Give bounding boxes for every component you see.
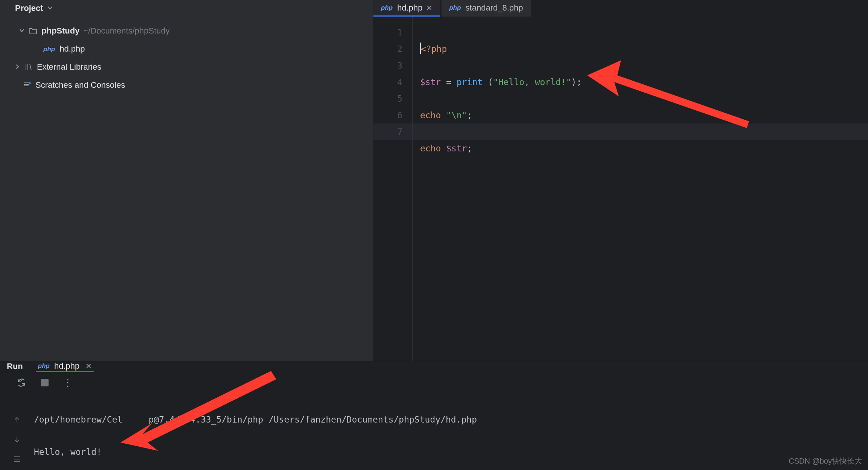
soft-wrap-button[interactable] bbox=[11, 453, 23, 465]
rerun-button[interactable] bbox=[15, 376, 28, 389]
more-actions-button[interactable]: ⋮ bbox=[62, 376, 75, 389]
scratches-label: Scratches and Consoles bbox=[35, 81, 125, 89]
tab-label: standard_8.php bbox=[466, 3, 523, 13]
tree-root-folder[interactable]: phpStudy ~/Documents/phpStudy bbox=[0, 22, 373, 40]
run-console[interactable]: /opt/homebrew/Celxxxxxp@7.4/7.4.33_5/bin… bbox=[34, 393, 868, 470]
editor-tabs: php hd.php ✕ php standard_8.php bbox=[373, 0, 868, 17]
svg-point-0 bbox=[29, 82, 31, 84]
external-libraries-label: External Libraries bbox=[37, 63, 101, 71]
up-stack-button[interactable] bbox=[11, 414, 23, 426]
run-config-name: hd.php bbox=[54, 361, 79, 371]
folder-path: ~/Documents/phpStudy bbox=[83, 27, 169, 35]
run-tabs-bar: Run php hd.php ✕ bbox=[0, 361, 868, 372]
chevron-down-icon bbox=[47, 3, 53, 13]
file-name: hd.php bbox=[59, 45, 85, 53]
code-content: <?php $str = print ("Hello, world!"); ec… bbox=[413, 17, 868, 361]
folder-name: phpStudy bbox=[41, 27, 79, 35]
project-tree[interactable]: phpStudy ~/Documents/phpStudy php hd.php… bbox=[0, 17, 373, 99]
project-sidebar: Project phpStudy ~/Documents/phpStudy ph… bbox=[0, 0, 373, 361]
tab-label: hd.php bbox=[397, 3, 422, 13]
run-toolbar: ⋮ bbox=[8, 372, 868, 393]
gutter: 1 2 3 4 5 6 7 bbox=[373, 17, 413, 361]
stop-button[interactable] bbox=[38, 376, 51, 389]
close-icon[interactable]: ✕ bbox=[85, 362, 92, 371]
project-tool-header[interactable]: Project bbox=[0, 0, 373, 17]
chevron-down-icon bbox=[19, 27, 25, 35]
tree-scratches[interactable]: Scratches and Consoles bbox=[0, 76, 373, 94]
php-run-icon: php bbox=[38, 362, 50, 370]
close-icon[interactable]: ✕ bbox=[426, 3, 432, 12]
watermark: CSDN @boy快快长大 bbox=[789, 456, 862, 466]
php-file-icon: php bbox=[449, 4, 461, 12]
tree-external-libraries[interactable]: External Libraries bbox=[0, 58, 373, 76]
run-tool-title: Run bbox=[7, 362, 23, 371]
project-tool-title: Project bbox=[15, 3, 43, 13]
editor-area: php hd.php ✕ php standard_8.php 1 2 3 4 … bbox=[373, 0, 868, 361]
tree-file-hd-php[interactable]: php hd.php bbox=[0, 40, 373, 58]
php-file-icon: php bbox=[43, 46, 56, 52]
run-config-tab[interactable]: php hd.php ✕ bbox=[36, 362, 94, 372]
code-editor[interactable]: 1 2 3 4 5 6 7 <?php $str = print ("Hello… bbox=[373, 17, 868, 361]
library-icon bbox=[24, 63, 33, 72]
scratches-icon bbox=[23, 81, 32, 90]
console-nav-column bbox=[0, 406, 34, 470]
chevron-right-icon bbox=[14, 63, 20, 71]
folder-icon bbox=[29, 26, 38, 35]
tab-hd-php[interactable]: php hd.php ✕ bbox=[373, 0, 440, 17]
php-file-icon: php bbox=[381, 4, 393, 12]
tab-standard-8-php[interactable]: php standard_8.php bbox=[442, 0, 530, 17]
run-tool-window: Run php hd.php ✕ ⋮ /opt/homebrew/Celxxxx… bbox=[0, 361, 868, 470]
down-stack-button[interactable] bbox=[11, 433, 23, 446]
